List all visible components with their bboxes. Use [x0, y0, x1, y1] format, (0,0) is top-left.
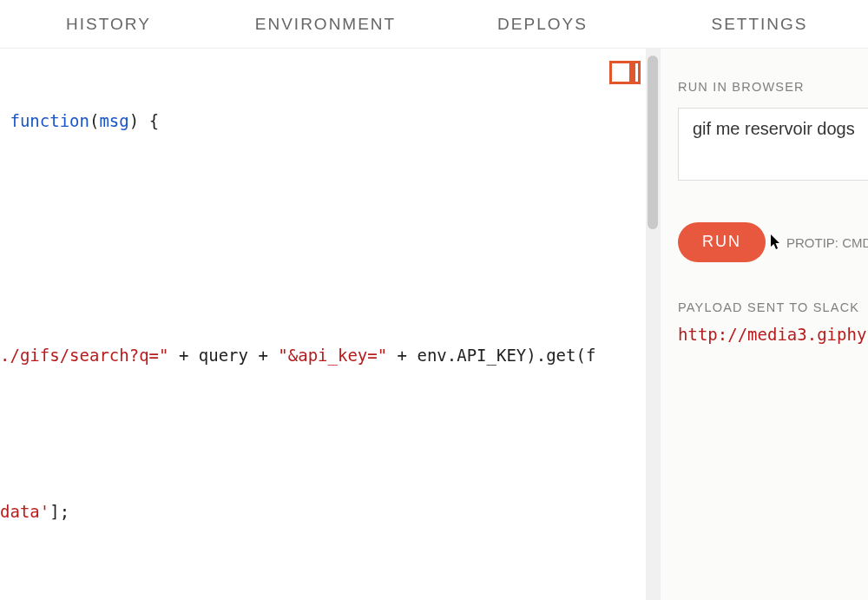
run-command-input[interactable] — [678, 108, 868, 181]
side-panel: RUN IN BROWSER RUN PROTIP: CMD PAYLOAD S… — [660, 49, 868, 600]
kw-function: function — [10, 111, 89, 130]
tab-history[interactable]: HISTORY — [0, 0, 217, 49]
tab-bar: HISTORY ENVIRONMENT DEPLOYS SETTINGS — [0, 0, 868, 49]
run-row: RUN PROTIP: CMD — [678, 222, 868, 262]
str-data: data' — [0, 502, 49, 521]
str-apikey: "&api_key=" — [278, 346, 387, 365]
editor-scrollbar-thumb[interactable] — [648, 56, 658, 229]
str-url: ./gifs/search?q=" — [0, 346, 168, 365]
code-editor-pane: function(msg) { ./gifs/search?q=" + quer… — [0, 49, 660, 600]
code-text: ]; — [49, 502, 69, 521]
code-text: + env.API_KEY).get(f — [387, 346, 595, 365]
run-in-browser-heading: RUN IN BROWSER — [678, 80, 868, 94]
payload-url: http://media3.giphy — [678, 325, 868, 344]
tab-environment[interactable]: ENVIRONMENT — [217, 0, 434, 49]
code-text: ) { — [129, 111, 159, 130]
code-editor[interactable]: function(msg) { ./gifs/search?q=" + quer… — [0, 56, 660, 600]
param-msg: msg — [99, 111, 128, 130]
code-text: ( — [89, 111, 99, 130]
panel-toggle-bar — [629, 63, 635, 82]
code-text: + query + — [168, 346, 278, 365]
editor-scrollbar-track — [646, 49, 660, 600]
protip-text: PROTIP: CMD — [786, 235, 868, 250]
run-button[interactable]: RUN — [678, 222, 766, 262]
tab-settings[interactable]: SETTINGS — [651, 0, 868, 49]
tab-deploys[interactable]: DEPLOYS — [434, 0, 651, 49]
payload-heading: PAYLOAD SENT TO SLACK — [678, 300, 868, 314]
toggle-side-panel-icon[interactable] — [609, 61, 641, 84]
